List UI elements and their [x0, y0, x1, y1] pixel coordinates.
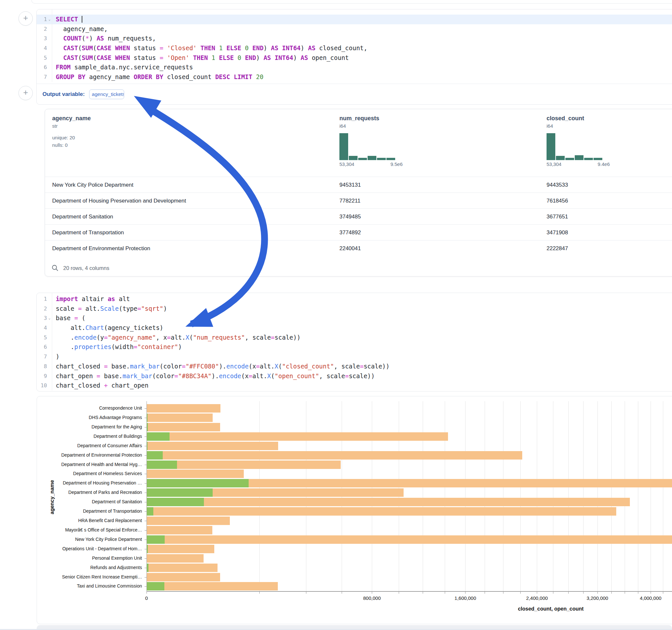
line-number: 7 — [37, 72, 52, 82]
x-tick — [503, 592, 503, 594]
y-tick — [145, 558, 146, 559]
code-line[interactable]: 1import altair as alt — [37, 294, 672, 304]
code-line[interactable]: 3⌄base = ( — [37, 313, 672, 323]
gutter-separator — [52, 293, 52, 390]
x-tick — [399, 592, 399, 594]
code-line[interactable]: 6 .properties(width="container") — [37, 342, 672, 352]
code-line[interactable]: 4 CAST(SUM(CASE WHEN status = 'Closed' T… — [37, 43, 672, 53]
y-tick — [145, 549, 146, 549]
histogram-bar — [556, 156, 565, 160]
column-stats: unique: 20nulls: 0 — [52, 134, 91, 149]
histogram-bar — [575, 155, 583, 160]
x-tick — [342, 592, 342, 594]
code-line[interactable]: 9chart_open = base.mark_bar(color="#8BC3… — [37, 371, 672, 381]
histogram-bar — [339, 133, 348, 160]
y-tick — [145, 465, 146, 465]
y-tick — [145, 446, 146, 446]
fold-chevron-icon[interactable]: ⌄ — [47, 313, 52, 323]
code-text: base = ( — [52, 313, 86, 323]
bar-open — [147, 479, 249, 487]
line-number: 5 — [37, 53, 52, 63]
code-text: ) — [52, 352, 59, 362]
x-tick — [583, 592, 583, 594]
y-tick — [145, 408, 146, 409]
code-line[interactable]: 7) — [37, 352, 672, 362]
altair-chart: 0800,0001,600,0002,400,0003,200,0004,000… — [37, 396, 672, 624]
code-line[interactable]: 6FROM sample_data.nyc.service_requests — [37, 63, 672, 72]
code-text: scale = alt.Scale(type="sqrt") — [52, 304, 167, 314]
code-text: GROUP BY agency_name ORDER BY closed_cou… — [52, 72, 264, 82]
x-tick — [306, 592, 306, 594]
code-line[interactable]: 5 CAST(SUM(CASE WHEN status = 'Open' THE… — [37, 53, 672, 63]
y-axis-label: Personal Exemption Unit — [42, 555, 142, 561]
sql-cell[interactable]: 1⌄SELECT 2 agency_name,3 COUNT(*) AS num… — [36, 9, 672, 105]
column-header-closed-count: closed_count i64 53,3049.4e6 — [547, 115, 610, 167]
code-line[interactable]: 7GROUP BY agency_name ORDER BY closed_co… — [37, 72, 672, 82]
code-line[interactable]: 3 COUNT(*) AS num_requests, — [37, 34, 672, 43]
x-axis-tick-label: 3,200,000 — [572, 595, 623, 601]
histogram-range-labels: 53,3049.4e6 — [547, 162, 610, 167]
code-line[interactable]: 5 .encode(y="agency_name", x=alt.X("num_… — [37, 333, 672, 343]
bar-closed — [147, 451, 522, 460]
code-text: alt.Chart(agency_tickets) — [52, 323, 163, 333]
line-number: 1 — [37, 294, 52, 304]
table-cell: 7782211 — [339, 198, 360, 204]
fold-chevron-icon[interactable]: ⌄ — [47, 15, 52, 24]
code-line[interactable]: 2scale = alt.Scale(type="sqrt") — [37, 304, 672, 314]
table-cell: 2240041 — [339, 245, 361, 252]
add-cell-button[interactable]: + — [19, 11, 33, 26]
code-line[interactable]: 10chart_closed + chart_open — [37, 381, 672, 390]
y-axis-label: HRA Benefit Card Replacement — [42, 518, 142, 523]
column-title: closed_count — [547, 115, 610, 122]
python-cell[interactable]: 1import altair as alt2scale = alt.Scale(… — [36, 293, 672, 391]
line-number: 6 — [37, 342, 52, 352]
output-variable-bar: Output variable: agency_tickets — [37, 84, 672, 104]
histogram-num-requests — [339, 133, 403, 160]
y-tick — [145, 577, 146, 578]
y-axis-title: agency_name — [49, 480, 55, 514]
y-axis-label: Department of Consumer Affairs — [42, 443, 142, 448]
table-cell: 3677651 — [547, 214, 568, 220]
y-tick — [145, 568, 146, 568]
y-tick — [145, 511, 146, 512]
add-cell-button-2[interactable]: + — [19, 86, 33, 100]
bar-open — [147, 413, 147, 422]
sql-code-editor[interactable]: 1⌄SELECT 2 agency_name,3 COUNT(*) AS num… — [37, 9, 672, 82]
line-number: 1⌄ — [37, 15, 52, 24]
code-text: chart_closed + chart_open — [52, 381, 148, 390]
x-tick — [568, 592, 569, 594]
y-axis-label: New York City Police Department — [42, 537, 142, 542]
code-line[interactable]: 4 alt.Chart(agency_tickets) — [37, 323, 672, 333]
code-text: CAST(SUM(CASE WHEN status = 'Closed' THE… — [52, 43, 367, 53]
x-tick — [597, 592, 598, 594]
previous-cell-bottom-edge — [31, 0, 672, 4]
gridline — [465, 401, 465, 591]
bar-closed — [147, 423, 220, 431]
code-line[interactable]: 2 agency_name, — [37, 24, 672, 34]
search-icon[interactable] — [51, 264, 59, 272]
histogram-bar — [368, 156, 376, 160]
output-variable-label: Output variable: — [43, 91, 85, 98]
line-number: 7 — [37, 352, 52, 362]
gridline — [625, 401, 625, 591]
code-line[interactable]: 8chart_closed = base.mark_bar(color="#FF… — [37, 362, 672, 371]
bar-open — [147, 432, 170, 441]
bar-open — [147, 488, 213, 497]
bar-open — [147, 442, 147, 450]
bar-closed — [147, 545, 214, 553]
gridline — [663, 401, 663, 591]
gridline — [597, 401, 598, 591]
histogram-closed-count — [547, 133, 610, 160]
histogram-bar — [547, 133, 555, 160]
y-axis-label: Taxi and Limousine Commission — [42, 583, 142, 588]
output-variable-pill[interactable]: agency_tickets — [89, 90, 124, 99]
y-tick — [145, 530, 146, 531]
gridline — [537, 401, 537, 591]
line-number: 4 — [37, 323, 52, 333]
code-text: .encode(y="agency_name", x=alt.X("num_re… — [52, 333, 301, 343]
line-number: 5 — [37, 333, 52, 343]
line-number: 3 — [37, 34, 52, 43]
code-line[interactable]: 1⌄SELECT — [37, 15, 672, 24]
gridline — [485, 401, 485, 591]
python-code-editor[interactable]: 1import altair as alt2scale = alt.Scale(… — [37, 293, 672, 390]
